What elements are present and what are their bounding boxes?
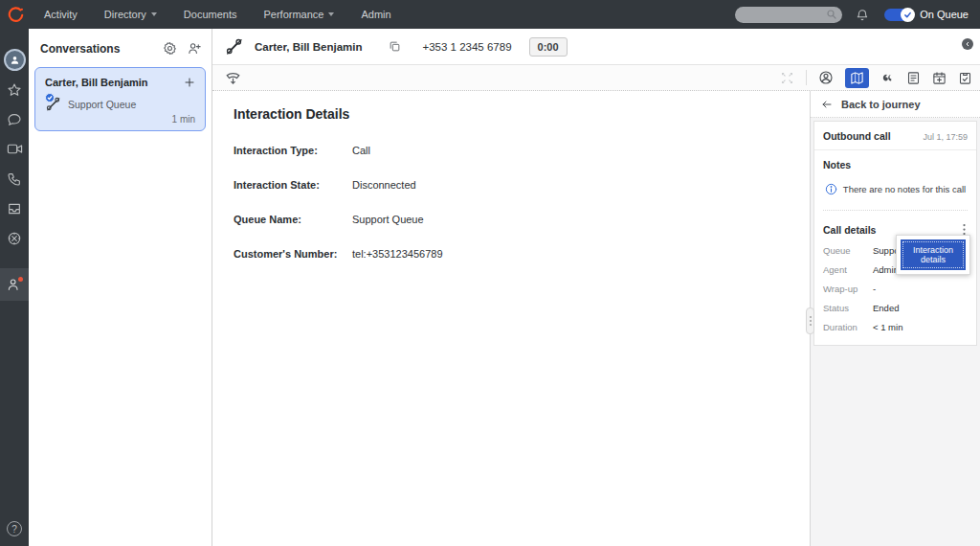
detail-label: Wrap-up — [823, 284, 873, 294]
interaction-details-pane: Interaction Details Interaction Type: Ca… — [212, 91, 810, 546]
pickup-call-icon[interactable] — [225, 70, 241, 86]
detail-value: - — [873, 284, 876, 294]
add-person-icon[interactable] — [188, 41, 202, 56]
nav-label: Documents — [184, 9, 237, 20]
conversation-name: Carter, Bill Benjamin — [45, 77, 184, 88]
toolbar-divider — [806, 70, 807, 85]
expand-view-icon — [780, 71, 794, 85]
back-to-journey-button[interactable]: Back to journey — [811, 91, 980, 118]
field-label: Interaction Type: — [234, 145, 352, 156]
field-label: Interaction State: — [234, 179, 352, 191]
conversations-panel: Conversations Carter, Bill Benjamin — [29, 29, 212, 546]
notifications-bell-icon[interactable] — [856, 8, 869, 22]
on-queue-label: On Queue — [920, 9, 969, 20]
nav-item-admin[interactable]: Admin — [347, 0, 404, 29]
status-dot — [18, 277, 23, 282]
nav-label: Directory — [104, 9, 146, 20]
main-column: Carter, Bill Benjamin +353 1 2345 6789 0… — [212, 29, 980, 546]
detail-label: Agent — [823, 264, 873, 275]
call-timestamp: Jul 1, 17:59 — [923, 132, 968, 142]
check-badge-icon — [45, 93, 55, 102]
field-interaction-state: Interaction State: Disconnected — [234, 179, 810, 191]
field-value: Support Queue — [352, 214, 424, 225]
detail-status: Status Ended — [823, 303, 968, 313]
detail-value: Ended — [873, 303, 899, 313]
conversation-card[interactable]: Carter, Bill Benjamin Support Queue 1 mi… — [34, 67, 206, 131]
quotes-tab-icon[interactable] — [880, 71, 895, 85]
inbox-icon[interactable] — [0, 193, 29, 223]
call-ended-icon — [225, 37, 243, 56]
field-value: Disconnected — [352, 179, 416, 191]
call-details-title: Call details — [823, 224, 961, 236]
detail-label: Status — [823, 303, 873, 313]
field-label: Customer's Number: — [234, 248, 352, 260]
genesys-logo-icon — [0, 7, 31, 23]
favorites-star-icon[interactable] — [0, 75, 29, 104]
field-value: Call — [352, 145, 370, 156]
detail-value: < 1 min — [873, 322, 902, 332]
nav-item-activity[interactable]: Activity — [31, 0, 91, 29]
copy-icon[interactable] — [389, 40, 401, 53]
detail-label: Duration — [823, 322, 873, 332]
settings-gear-icon[interactable] — [163, 41, 177, 56]
detail-wrapup: Wrap-up - — [823, 284, 968, 294]
nav-label: Performance — [264, 9, 324, 20]
app-side-rail: ? — [0, 29, 29, 546]
detail-value: Admin — [873, 264, 899, 275]
detail-label: Queue — [823, 245, 873, 256]
notes-title: Notes — [823, 159, 968, 171]
nav-item-performance[interactable]: Performance — [251, 0, 348, 29]
page-title: Interaction Details — [234, 106, 810, 122]
arrow-left-icon — [820, 99, 834, 110]
top-nav: Activity Directory Documents Performance… — [0, 0, 980, 29]
info-icon — [825, 183, 837, 195]
journey-tab-icon[interactable] — [845, 68, 869, 88]
field-queue-name: Queue Name: Support Queue — [234, 214, 810, 225]
global-search-input[interactable] — [735, 7, 842, 23]
call-summary-card: Outbound call Jul 1, 17:59 Notes There a… — [813, 121, 977, 346]
back-label: Back to journey — [841, 99, 921, 110]
call-direction-title: Outbound call — [823, 130, 923, 142]
profile-tab-icon[interactable] — [818, 70, 834, 85]
field-value: tel:+353123456789 — [352, 248, 443, 260]
wrapup-tab-icon[interactable] — [958, 71, 972, 85]
call-party-name: Carter, Bill Benjamin — [255, 41, 362, 53]
chevron-down-icon — [328, 12, 334, 16]
conversation-queue: Support Queue — [68, 99, 136, 110]
nav-item-documents[interactable]: Documents — [170, 0, 251, 29]
help-glyph: ? — [11, 524, 17, 535]
context-menu: Interaction details — [896, 235, 970, 275]
interaction-details-menu-item[interactable]: Interaction details — [901, 239, 966, 270]
chat-icon[interactable] — [0, 104, 29, 134]
field-customer-number: Customer's Number: tel:+353123456789 — [234, 248, 810, 260]
phone-icon[interactable] — [0, 164, 29, 193]
field-interaction-type: Interaction Type: Call — [234, 145, 810, 156]
schedule-tab-icon[interactable] — [932, 71, 947, 85]
rail-item-agents-active[interactable] — [0, 268, 29, 301]
detail-duration: Duration < 1 min — [823, 322, 968, 332]
notes-empty-text: There are no notes for this call — [843, 184, 966, 194]
on-queue-toggle[interactable] — [884, 9, 914, 21]
nav-item-directory[interactable]: Directory — [91, 0, 170, 29]
call-header: Carter, Bill Benjamin +353 1 2345 6789 0… — [212, 29, 980, 65]
toggle-knob — [901, 8, 915, 22]
interactions-hub-icon[interactable] — [0, 223, 29, 253]
search-icon — [826, 9, 837, 20]
add-icon[interactable] — [184, 77, 195, 88]
chevron-down-icon — [151, 12, 157, 16]
nav-label: Activity — [44, 9, 78, 20]
conversation-duration: 1 min — [45, 114, 195, 125]
collapse-panel-icon[interactable] — [962, 38, 973, 50]
call-number: +353 1 2345 6789 — [422, 41, 511, 53]
interaction-toolbar — [212, 65, 980, 91]
journey-panel: Back to journey Outbound call Jul 1, 17:… — [810, 91, 980, 546]
help-icon[interactable]: ? — [7, 521, 22, 536]
call-ended-icon — [45, 96, 61, 112]
conversations-title: Conversations — [40, 42, 163, 56]
panel-resize-handle[interactable] — [806, 307, 814, 334]
profile-avatar[interactable] — [0, 45, 29, 75]
nav-label: Admin — [361, 9, 390, 20]
video-icon[interactable] — [0, 134, 29, 164]
notes-tab-icon[interactable] — [906, 71, 921, 85]
call-timer: 0:00 — [529, 37, 568, 57]
